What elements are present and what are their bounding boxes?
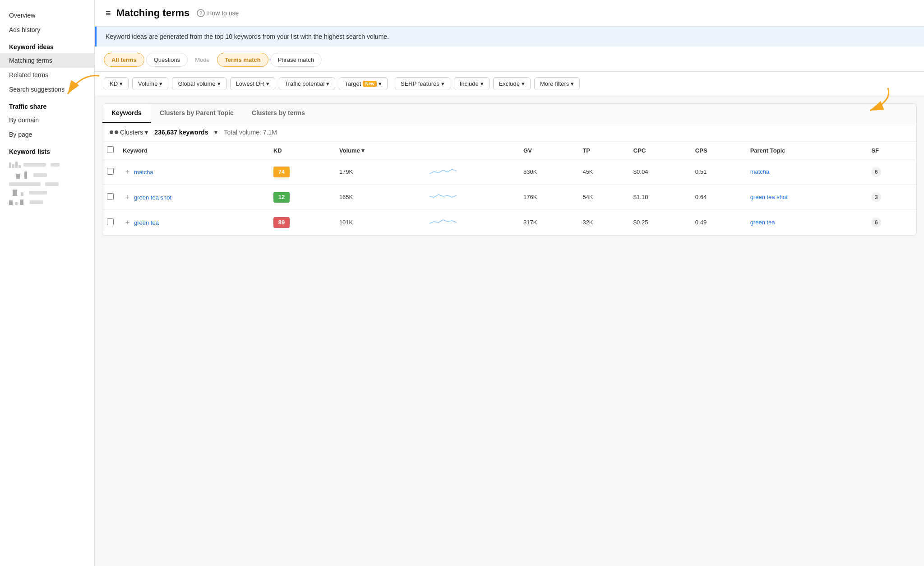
table-row: + matcha 74 179K 830K 45K $0.04 0.51 mat… bbox=[102, 159, 916, 185]
col-sf-header[interactable]: SF bbox=[867, 142, 916, 159]
table-row: + green tea 89 101K 317K 32K $0.25 0.49 … bbox=[102, 210, 916, 235]
row-gv-cell-0: 830K bbox=[519, 159, 578, 185]
volume-filter[interactable]: Volume ▾ bbox=[132, 77, 168, 90]
keywords-count[interactable]: 236,637 keywords bbox=[154, 129, 208, 136]
info-banner: Keyword ideas are generated from the top… bbox=[95, 27, 924, 46]
target-filter[interactable]: Target New ▾ bbox=[339, 77, 388, 90]
row-gv-cell-1: 176K bbox=[519, 185, 578, 210]
col-cpc-header[interactable]: CPC bbox=[629, 142, 691, 159]
lowest-dr-dropdown-icon: ▾ bbox=[266, 80, 269, 87]
kd-badge-0: 74 bbox=[273, 167, 290, 177]
help-circle-icon: ? bbox=[197, 9, 205, 17]
col-gv-header[interactable]: GV bbox=[519, 142, 578, 159]
row-sf-cell-1: 3 bbox=[867, 185, 916, 210]
col-keyword-header: Keyword bbox=[118, 142, 269, 159]
clusters-button[interactable]: Clusters ▾ bbox=[110, 129, 148, 136]
add-keyword-icon-1[interactable]: + bbox=[123, 192, 132, 202]
row-checkbox-cell bbox=[102, 210, 118, 235]
tab-questions[interactable]: Questions bbox=[146, 53, 188, 67]
row-add-cell: + green tea shot bbox=[118, 185, 269, 210]
sidebar-item-overview[interactable]: Overview bbox=[0, 8, 94, 23]
keyword-lists bbox=[0, 158, 94, 212]
row-sparkline-cell-2 bbox=[425, 210, 519, 235]
sidebar-section-keyword-lists: Keyword lists bbox=[0, 142, 94, 158]
traffic-potential-dropdown-icon: ▾ bbox=[326, 80, 329, 87]
kd-badge-1: 12 bbox=[273, 192, 290, 203]
add-keyword-icon-0[interactable]: + bbox=[123, 167, 132, 176]
sidebar: Overview Ads history Keyword ideas Match… bbox=[0, 0, 95, 566]
tab-all-terms[interactable]: All terms bbox=[104, 53, 144, 67]
more-filters-dropdown-icon: ▾ bbox=[571, 80, 574, 87]
main-header: ≡ Matching terms ? How to use bbox=[95, 0, 924, 27]
sidebar-section-traffic-share: Traffic share bbox=[0, 97, 94, 113]
kd-badge-2: 89 bbox=[273, 217, 290, 228]
hamburger-icon[interactable]: ≡ bbox=[106, 8, 111, 19]
serp-features-filter[interactable]: SERP features ▾ bbox=[395, 77, 450, 90]
row-checkbox-2[interactable] bbox=[107, 218, 114, 225]
keyword-link-2[interactable]: green tea bbox=[134, 219, 159, 226]
row-checkbox-0[interactable] bbox=[107, 168, 114, 175]
total-volume: Total volume: 7.1M bbox=[224, 129, 277, 136]
tab-phrase-match[interactable]: Phrase match bbox=[270, 53, 322, 67]
row-cps-cell-2: 0.49 bbox=[691, 210, 746, 235]
row-sf-cell-2: 6 bbox=[867, 210, 916, 235]
row-tp-cell-1: 54K bbox=[578, 185, 628, 210]
tabs-bar: All terms Questions Mode Terms match Phr… bbox=[95, 46, 924, 72]
exclude-filter[interactable]: Exclude ▾ bbox=[493, 77, 531, 90]
filters-section: KD ▾ Volume ▾ Global volume ▾ Lowest DR … bbox=[95, 72, 924, 96]
keyword-link-0[interactable]: matcha bbox=[134, 169, 153, 176]
page-title: Matching terms bbox=[116, 7, 190, 19]
kd-filter[interactable]: KD ▾ bbox=[104, 77, 129, 90]
table-section: Keywords Clusters by Parent Topic Cluste… bbox=[102, 103, 917, 236]
global-volume-dropdown-icon: ▾ bbox=[217, 80, 221, 87]
sidebar-item-matching-terms[interactable]: Matching terms bbox=[0, 53, 94, 68]
more-filters-filter[interactable]: More filters ▾ bbox=[534, 77, 580, 90]
include-filter[interactable]: Include ▾ bbox=[454, 77, 490, 90]
select-all-checkbox[interactable] bbox=[107, 146, 114, 153]
col-cps-header[interactable]: CPS bbox=[691, 142, 746, 159]
row-kd-cell-1: 12 bbox=[269, 185, 335, 210]
include-dropdown-icon: ▾ bbox=[480, 80, 484, 87]
sidebar-item-by-domain[interactable]: By domain bbox=[0, 113, 94, 127]
keywords-dropdown-icon[interactable]: ▾ bbox=[214, 129, 217, 136]
parent-topic-link-0[interactable]: matcha bbox=[750, 168, 770, 175]
sidebar-item-related-terms[interactable]: Related terms bbox=[0, 68, 94, 82]
exclude-dropdown-icon: ▾ bbox=[522, 80, 525, 87]
table-tab-clusters-terms[interactable]: Clusters by terms bbox=[243, 104, 314, 123]
kd-dropdown-icon: ▾ bbox=[120, 80, 123, 87]
col-kd-header[interactable]: KD bbox=[269, 142, 335, 159]
row-add-cell: + green tea bbox=[118, 210, 269, 235]
row-volume-cell-1: 165K bbox=[335, 185, 425, 210]
new-badge: New bbox=[363, 81, 377, 87]
tab-terms-match[interactable]: Terms match bbox=[217, 53, 268, 67]
keyword-link-1[interactable]: green tea shot bbox=[134, 194, 171, 201]
row-checkbox-1[interactable] bbox=[107, 193, 114, 200]
row-cps-cell-1: 0.64 bbox=[691, 185, 746, 210]
row-sf-cell-0: 6 bbox=[867, 159, 916, 185]
parent-topic-link-1[interactable]: green tea shot bbox=[750, 194, 788, 200]
table-meta: Clusters ▾ 236,637 keywords ▾ Total volu… bbox=[102, 123, 916, 142]
clusters-dot2-icon bbox=[115, 130, 118, 134]
add-keyword-icon-2[interactable]: + bbox=[123, 218, 132, 227]
lowest-dr-filter[interactable]: Lowest DR ▾ bbox=[230, 77, 276, 90]
row-tp-cell-2: 32K bbox=[578, 210, 628, 235]
row-checkbox-cell bbox=[102, 185, 118, 210]
table-tab-clusters-parent[interactable]: Clusters by Parent Topic bbox=[151, 104, 243, 123]
table-tabs: Keywords Clusters by Parent Topic Cluste… bbox=[102, 104, 916, 123]
col-tp-header[interactable]: TP bbox=[578, 142, 628, 159]
row-add-cell: + matcha bbox=[118, 159, 269, 185]
row-cps-cell-0: 0.51 bbox=[691, 159, 746, 185]
col-volume-header[interactable]: Volume ▾ bbox=[335, 142, 425, 159]
col-parent-topic-header[interactable]: Parent Topic bbox=[746, 142, 867, 159]
sidebar-item-search-suggestions[interactable]: Search suggestions bbox=[0, 82, 94, 97]
row-kd-cell-2: 89 bbox=[269, 210, 335, 235]
row-sparkline-cell-1 bbox=[425, 185, 519, 210]
sidebar-item-by-page[interactable]: By page bbox=[0, 127, 94, 142]
traffic-potential-filter[interactable]: Traffic potential ▾ bbox=[279, 77, 335, 90]
sidebar-item-ads-history[interactable]: Ads history bbox=[0, 23, 94, 37]
row-sparkline-cell-0 bbox=[425, 159, 519, 185]
global-volume-filter[interactable]: Global volume ▾ bbox=[172, 77, 226, 90]
table-tab-keywords[interactable]: Keywords bbox=[102, 104, 151, 123]
parent-topic-link-2[interactable]: green tea bbox=[750, 219, 775, 226]
how-to-use-button[interactable]: ? How to use bbox=[197, 9, 239, 17]
